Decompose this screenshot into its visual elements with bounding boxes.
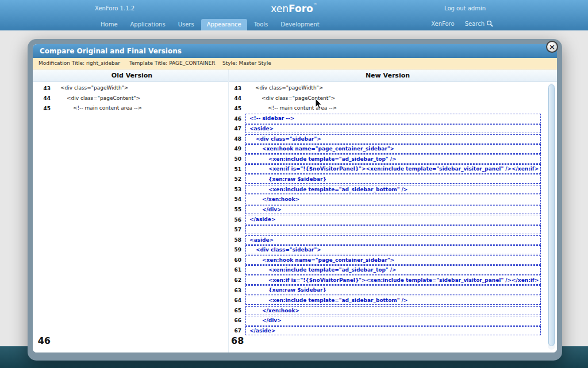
scrollbar-thumb[interactable] — [548, 84, 555, 346]
code-text: <!-- sidebar --> — [246, 114, 294, 123]
code-text: <!-- main content area --> — [245, 103, 337, 114]
code-text: <aside> — [246, 125, 274, 133]
diff-line-inserted: 63{xen:raw $sidebar} — [231, 285, 543, 296]
search-label: Search — [465, 21, 485, 27]
old-version-column: 43<div class="pageWidth">44<div class="p… — [33, 83, 228, 114]
template-title-field: Template Title: PAGE_CONTAINER — [129, 58, 216, 69]
diff-line: 44<div class="pageContent"> — [33, 94, 228, 104]
line-code: <xen:hook name="page_container_sidebar"> — [245, 144, 541, 153]
tab-development[interactable]: Development — [275, 19, 325, 30]
line-number: 57 — [231, 227, 241, 233]
line-number: 47 — [231, 126, 241, 131]
line-code: <xen:include template="ad_sidebar_bottom… — [245, 296, 541, 305]
diff-line-inserted: 55</div> — [231, 204, 543, 215]
admin-header: XenForo 1.1.2 xenForo™ Log out admin Hom… — [0, 0, 588, 30]
code-text: <xen:include template="ad_sidebar_top" /… — [246, 155, 397, 164]
diff-line: 45<!-- main content area --> — [33, 103, 228, 114]
line-number: 52 — [231, 176, 241, 182]
line-number: 43 — [231, 86, 241, 91]
diff-line-inserted: 49<xen:hook name="page_container_sidebar… — [231, 144, 543, 154]
diff-line-inserted: 58<aside> — [231, 235, 543, 245]
code-text: </xen:hook> — [246, 195, 299, 204]
code-text: <xen:if is="!{$noVisitorPanel}"><xen:inc… — [246, 276, 539, 285]
code-text: </xen:hook> — [246, 307, 299, 315]
dialog-title: Compare Original and Final Versions — [33, 44, 557, 58]
diff-line-inserted: 56</aside> — [231, 215, 543, 225]
tab-users[interactable]: Users — [172, 19, 200, 30]
code-text: <div class="pageWidth"> — [51, 83, 128, 94]
line-number: 54 — [231, 196, 241, 202]
line-code: <div class="pageWidth"> — [245, 83, 541, 94]
line-number: 50 — [231, 156, 241, 162]
diff-line-inserted: 57 — [231, 224, 543, 235]
line-number: 64 — [231, 297, 241, 303]
tab-applications[interactable]: Applications — [125, 19, 171, 30]
line-number: 44 — [33, 95, 51, 101]
vertical-scrollbar[interactable] — [548, 83, 555, 350]
diff-line: 68 — [231, 336, 241, 346]
search-icon — [486, 20, 493, 27]
line-code: <!-- sidebar --> — [245, 114, 541, 123]
diff-line-inserted: 50<xen:include template="ad_sidebar_top"… — [231, 154, 543, 164]
line-code — [245, 225, 541, 234]
line-code: <xen:include template="ad_sidebar_bottom… — [245, 185, 541, 194]
tab-home[interactable]: Home — [95, 19, 124, 30]
code-text: {xen:raw $sidebar} — [246, 175, 326, 184]
line-code: <xen:include template="ad_sidebar_top" /… — [245, 154, 541, 164]
code-text: <xen:hook name="page_container_sidebar"> — [246, 145, 394, 153]
code-text: </aside> — [246, 215, 275, 224]
old-version-header: Old Version — [33, 69, 231, 82]
xenforo-logo: xenForo™ — [0, 3, 588, 14]
code-text: <div class="pageContent"> — [51, 94, 140, 104]
line-number: 61 — [231, 267, 241, 273]
line-code: {xen:raw $sidebar} — [245, 285, 541, 295]
line-code: <aside> — [245, 235, 541, 245]
diff-line: 46 — [33, 336, 51, 346]
diff-line-inserted: 62<xen:if is="!{$noVisitorPanel}"><xen:i… — [231, 275, 543, 285]
line-code: <xen:if is="!{$noVisitorPanel}"><xen:inc… — [245, 164, 541, 173]
line-code: <div class="pageContent"> — [245, 94, 541, 104]
line-code: <div class="sidebar"> — [245, 134, 541, 144]
diff-line-inserted: 54</xen:hook> — [231, 195, 543, 205]
line-code: <xen:if is="!{$noVisitorPanel}"><xen:inc… — [245, 276, 541, 285]
line-number: 51 — [231, 166, 241, 172]
tab-tools[interactable]: Tools — [248, 19, 274, 30]
close-icon[interactable]: × — [546, 41, 558, 53]
line-number: 65 — [231, 308, 241, 313]
code-text: <div class="pageContent"> — [245, 94, 335, 104]
code-text: <div class="sidebar"> — [246, 135, 321, 144]
line-number: 60 — [231, 257, 241, 263]
line-code: <!-- main content area --> — [245, 103, 541, 114]
modification-title-field: Modification Title: right_sidebar — [39, 58, 120, 69]
diff-line-inserted: 66</div> — [231, 316, 543, 326]
tab-appearance[interactable]: Appearance — [201, 19, 247, 30]
search-control[interactable]: Search — [465, 20, 493, 27]
line-number: 43 — [33, 86, 51, 91]
line-number: 66 — [231, 317, 241, 323]
line-number: 45 — [33, 106, 51, 111]
code-text: <!-- main content area --> — [51, 103, 142, 114]
xenforo-home-link[interactable]: XenForo — [431, 21, 454, 27]
line-number: 55 — [231, 207, 241, 212]
line-number: 68 — [231, 335, 241, 346]
new-version-column: 43<div class="pageWidth">44<div class="p… — [231, 83, 543, 336]
trademark-symbol: ™ — [313, 3, 317, 7]
code-text: <aside> — [246, 236, 274, 245]
line-number: 63 — [231, 288, 241, 293]
code-text: <xen:include template="ad_sidebar_bottom… — [246, 296, 408, 305]
admin-nav-tabs: Home Applications Users Appearance Tools… — [95, 19, 326, 30]
code-text: </div> — [246, 206, 282, 214]
diff-line-inserted: 47<aside> — [231, 123, 543, 134]
diff-line-inserted: 48<div class="sidebar"> — [231, 134, 543, 144]
line-number: 46 — [231, 116, 241, 122]
line-code: <div class="pageContent"> — [51, 94, 228, 104]
diff-compare-area: Old Version New Version 43<div class="pa… — [33, 69, 557, 352]
code-text: <div class="pageWidth"> — [245, 83, 323, 94]
line-code: </aside> — [245, 326, 541, 335]
line-number: 46 — [33, 335, 51, 346]
diff-line-inserted: 59<div class="sidebar"> — [231, 245, 543, 255]
line-number: 53 — [231, 187, 241, 192]
line-number: 49 — [231, 146, 241, 152]
template-info-bar: Modification Title: right_sidebar Templa… — [33, 58, 557, 69]
logout-link[interactable]: Log out admin — [444, 5, 486, 11]
